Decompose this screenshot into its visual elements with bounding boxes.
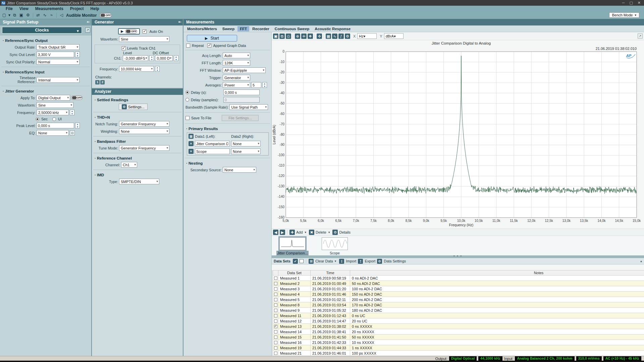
menu-project[interactable]: Project: [67, 6, 87, 11]
data-table-icon[interactable]: ▦: [326, 34, 331, 39]
table-row[interactable]: Measured 421.06.2019 01:01:46150 ns ADI-…: [273, 292, 644, 297]
table-row[interactable]: Measured 1921.06.2019 01:44:331 ns XXXXX: [273, 345, 644, 351]
first-graph-icon[interactable]: ◀: [273, 230, 278, 235]
peak-level-input[interactable]: [37, 123, 74, 128]
table-row[interactable]: Measured 221.06.2019 01:00:4950 ns ADI-2…: [273, 281, 644, 286]
fit-view-icon[interactable]: ❖: [308, 34, 313, 39]
delay-seconds-radio[interactable]: [185, 90, 189, 94]
collapse-up-icon[interactable]: ▴: [640, 259, 642, 263]
thumbnail-jitter-comparison[interactable]: Jitter Comparison...: [276, 237, 309, 255]
output-rate-select[interactable]: Track Output SR▾: [37, 44, 79, 50]
dataset-checkbox[interactable]: [274, 293, 277, 296]
close-button[interactable]: ✕: [638, 1, 641, 5]
file-settings-button[interactable]: File Settings...: [222, 115, 259, 121]
apply-to-select[interactable]: Digital Output▾: [37, 95, 70, 101]
remove-result-icon[interactable]: ✕: [189, 141, 194, 146]
menu-measurements[interactable]: Measurements: [32, 6, 66, 11]
spinner-control[interactable]: ▲▼: [174, 55, 178, 61]
meters-icon[interactable]: ≈: [49, 12, 54, 18]
dataset-checkbox[interactable]: [274, 325, 277, 328]
spinner-control[interactable]: ▲▼: [75, 123, 80, 128]
averages-count-input[interactable]: [251, 82, 261, 88]
collapse-panel-icon[interactable]: ⇤: [178, 20, 181, 24]
check-all-icon[interactable]: ✔: [293, 259, 298, 264]
reference-channel-select[interactable]: Ch1▾: [121, 162, 137, 168]
start-button[interactable]: ▶ Start: [187, 35, 237, 42]
settled-settings-button[interactable]: ⚙ Settings...: [119, 104, 148, 110]
ch1-offset-select[interactable]: 0,000 D▾: [155, 55, 173, 61]
table-row[interactable]: Measured 821.06.2019 01:03:54170 ns ADI-…: [273, 302, 644, 308]
collapse-panel-icon[interactable]: ⇤: [87, 20, 90, 24]
zoom-icon[interactable]: ⊕: [295, 34, 300, 39]
delay-samples-radio[interactable]: [185, 98, 189, 102]
eq-select[interactable]: None▾: [37, 130, 69, 136]
chevron-down-icon[interactable]: ▾: [335, 259, 336, 263]
notch-tuning-select[interactable]: Generator Frequency▾: [119, 121, 169, 127]
open-external-icon[interactable]: ↗: [638, 34, 643, 39]
signal-path-icon[interactable]: ⇄: [35, 12, 41, 18]
y-unit-select[interactable]: dBrA▾: [384, 33, 404, 39]
generator-on-button[interactable]: ▶ OFF: [118, 28, 140, 35]
timebase-select[interactable]: Internal▾: [37, 77, 79, 83]
table-row[interactable]: Measured 921.06.2019 01:05:32180 ns ADI-…: [273, 308, 644, 313]
save-to-file-checkbox[interactable]: [185, 116, 190, 120]
dataset-checkbox[interactable]: [274, 287, 277, 291]
ui-radio[interactable]: [52, 117, 56, 121]
minimize-button[interactable]: ─: [622, 1, 625, 5]
layout-grid-icon[interactable]: ▦: [189, 134, 194, 139]
fft-chart[interactable]: Jitter Comparison Digital to Analog21.06…: [272, 40, 644, 229]
dataset-checkbox[interactable]: [274, 319, 277, 323]
result1-name-input[interactable]: [195, 141, 230, 146]
table-row[interactable]: Measured 1221.06.2019 01:14:4720 ns UC: [273, 318, 644, 324]
tab-acoustic-response[interactable]: Acoustic Response: [312, 26, 353, 32]
data-settings-icon[interactable]: ⚙: [377, 259, 382, 264]
jitter-waveform-select[interactable]: Sine▾: [37, 102, 73, 108]
pan-icon[interactable]: ✛: [301, 34, 307, 39]
dataset-checkbox[interactable]: [274, 309, 277, 312]
details-icon[interactable]: ⚙: [332, 230, 338, 235]
table-row[interactable]: Measured 121.06.2019 00:58:190 ns ADI-2 …: [273, 276, 644, 281]
add-graph-icon[interactable]: ✚: [289, 230, 295, 235]
channel-1-button[interactable]: 1: [95, 80, 100, 84]
trigger-select[interactable]: Generator▾: [223, 75, 250, 80]
new-project-icon[interactable]: ▢: [1, 12, 7, 18]
functions-icon[interactable]: ƒ: [338, 34, 344, 39]
remove-result-icon[interactable]: ✕: [189, 149, 194, 154]
table-row[interactable]: Measured 1121.06.2019 01:12:430 ns UC: [273, 313, 644, 318]
splitter-handle[interactable]: • • •: [272, 255, 644, 258]
ch1-level-select[interactable]: -3,000 dBFS▾: [123, 55, 148, 61]
delay-samples-input[interactable]: [223, 97, 260, 103]
open-project-icon[interactable]: ⧉: [12, 12, 17, 18]
spinner-control[interactable]: ▲▼: [155, 66, 160, 72]
table-row[interactable]: Measured 1521.06.2019 01:41:5050 ns XXXX…: [273, 335, 644, 340]
tab-monitors-meters[interactable]: Monitors/Meters: [185, 26, 219, 32]
bench-mode-button[interactable]: Bench Mode ▾: [609, 12, 639, 18]
open-external-icon[interactable]: ↗: [85, 27, 90, 33]
delay-seconds-input[interactable]: [223, 89, 260, 95]
result1-right-select[interactable]: None▾: [231, 141, 261, 146]
jitter-off-toggle[interactable]: OFF: [71, 96, 83, 100]
clear-data-icon[interactable]: ⊠: [309, 259, 314, 264]
maximize-button[interactable]: ▢: [629, 1, 633, 5]
spinner-control[interactable]: ▲▼: [75, 52, 80, 57]
table-row[interactable]: Measured 1621.06.2019 01:42:3310 ns XXXX…: [273, 340, 644, 345]
repeat-checkbox[interactable]: [186, 44, 190, 48]
generator-off-toggle[interactable]: OFF: [125, 29, 137, 34]
print-icon[interactable]: ⎙: [286, 34, 291, 39]
graph-settings-icon[interactable]: ⚙: [345, 34, 350, 39]
tab-fft[interactable]: FFT: [237, 26, 249, 32]
generator-waveform-select[interactable]: Sine▾: [119, 36, 169, 42]
spinner-control[interactable]: ▲▼: [262, 82, 267, 88]
dataset-checkbox[interactable]: [274, 303, 277, 307]
tune-mode-select[interactable]: Generator Frequency▾: [119, 145, 169, 151]
audible-monitor-toggle[interactable]: OFF: [100, 13, 112, 17]
cursors-icon[interactable]: ✜: [317, 34, 322, 39]
save-graph-icon[interactable]: ▣: [273, 34, 278, 39]
dataset-checkbox[interactable]: [274, 314, 277, 317]
table-row[interactable]: Measured 521.06.2019 01:02:11200 ns ADI-…: [273, 297, 644, 302]
copy-graph-icon[interactable]: ⧉: [279, 34, 285, 39]
x-unit-select[interactable]: Hz▾: [357, 33, 377, 39]
dataset-checkbox[interactable]: [274, 341, 277, 344]
fft-length-select[interactable]: 128K▾: [223, 60, 250, 66]
auto-on-checkbox[interactable]: [143, 29, 147, 34]
